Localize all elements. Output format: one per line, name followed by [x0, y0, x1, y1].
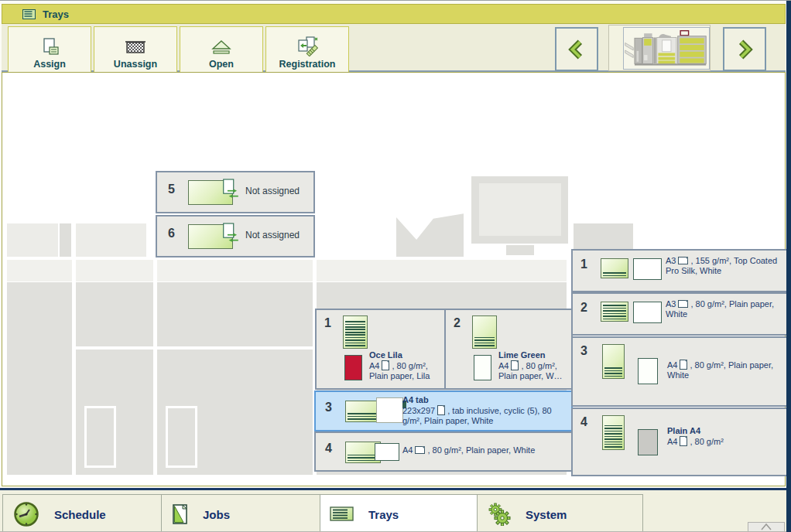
media-color-swatch	[638, 429, 658, 455]
printer-outline-notch	[396, 212, 464, 257]
monitor-stand	[506, 245, 534, 255]
trays-title-icon	[22, 9, 36, 19]
media-size: A4	[667, 437, 677, 446]
media-color-swatch	[375, 443, 399, 461]
assign-icon	[39, 38, 60, 56]
printer-outline-block	[60, 223, 71, 257]
body-seam	[72, 260, 76, 475]
not-assigned-icon	[222, 222, 242, 248]
unassign-button[interactable]: Unassign	[94, 26, 177, 74]
tray-level-icon	[601, 302, 628, 322]
media-color-swatch	[633, 302, 662, 323]
tray-number: 3	[325, 401, 332, 414]
media-size: A4	[498, 361, 508, 370]
trays-tab-icon	[330, 506, 354, 522]
assign-button[interactable]: Assign	[8, 26, 91, 74]
tray-status: Not assigned	[245, 186, 300, 196]
registration-icon	[296, 36, 319, 56]
tray-panel-right-1[interactable]: 1 A3, 155 g/m², Top Coated Pro Silk, Whi…	[571, 249, 789, 292]
tray-panel-main-2[interactable]: 2 Lime Green A4, 80 g/m², Plain paper, W…	[444, 309, 573, 390]
media-color-swatch	[474, 355, 491, 380]
toolbar: Assign Unassign Open	[2, 24, 786, 72]
page-title: Trays	[43, 9, 69, 20]
tab-label: Schedule	[54, 508, 106, 521]
monitor-screen	[479, 183, 561, 236]
printer-illustration	[624, 28, 707, 67]
media-color-swatch	[344, 355, 362, 380]
landscape-page-icon	[415, 446, 425, 454]
tray-panel-main-3-selected[interactable]: 3 A4 tab 223x297, tab inclusive, cyclic …	[314, 390, 573, 431]
tray-panel-main-4[interactable]: 4 A4, 80 g/m², Plain paper, White	[314, 431, 573, 472]
tray-media-info: A3, 155 g/m², Top Coated Pro Silk, White	[666, 256, 783, 276]
tray-panel-right-4[interactable]: 4 Plain A4 A4, 80 g/m²	[571, 408, 789, 476]
landscape-page-icon	[678, 300, 688, 308]
door-outline	[166, 406, 197, 468]
previous-view-button[interactable]	[555, 27, 598, 71]
registration-button-label: Registration	[279, 59, 336, 70]
portrait-page-icon	[437, 405, 445, 415]
media-color-swatch	[638, 358, 658, 384]
tray-media-info: A3, 80 g/m², Plain paper, White	[666, 299, 783, 319]
printer-map: 5 Not assigned 6	[2, 72, 786, 486]
portrait-page-icon	[680, 360, 687, 370]
tray-panel-6[interactable]: 6 Not assigned	[156, 215, 315, 257]
media-color-swatch-tab	[376, 397, 403, 423]
system-gears-icon	[487, 503, 512, 526]
portrait-page-icon	[680, 436, 687, 446]
media-spec: , 80 g/m², Plain paper, White	[427, 445, 535, 455]
media-spec: , 80 g/m²	[690, 437, 723, 446]
printer-body-top	[7, 260, 567, 281]
tray-number: 2	[454, 316, 461, 330]
tray-number: 2	[580, 301, 587, 315]
tab-system[interactable]: System	[477, 494, 643, 532]
machine-view-thumbnail	[608, 25, 711, 71]
tab-schedule[interactable]: Schedule	[2, 494, 169, 532]
tab-trays-selected[interactable]: Trays	[320, 494, 484, 532]
open-icon	[211, 39, 231, 56]
body-seam	[153, 260, 157, 475]
media-name: A4 tab	[402, 395, 567, 405]
tray-media-info: Plain A4 A4, 80 g/m²	[667, 426, 785, 447]
next-view-button[interactable]	[723, 27, 766, 71]
tray-panel-main-1[interactable]: 1 Oce Lila A4, 80 g/m², Plain paper, Lil…	[315, 309, 446, 390]
media-size: A4	[402, 445, 413, 455]
unassign-button-label: Unassign	[114, 59, 157, 70]
printer-outline-block	[7, 223, 58, 257]
media-size: A4	[369, 361, 379, 370]
tray-number: 1	[580, 257, 587, 271]
media-size: 223x297	[402, 406, 435, 415]
tray-level-icon	[602, 344, 625, 379]
tray-media-info: Lime Green A4, 80 g/m², Plain paper, W…	[498, 350, 573, 381]
open-button[interactable]: Open	[180, 26, 263, 74]
tray-number: 4	[325, 442, 332, 455]
tray-number: 4	[580, 415, 587, 429]
tray-number: 1	[324, 316, 331, 330]
media-color-swatch	[633, 258, 662, 280]
portrait-page-icon	[382, 360, 389, 370]
printer-outline-block	[76, 223, 146, 257]
tray-panel-right-3[interactable]: 3 A4, 80 g/m², Plain paper, White	[571, 336, 789, 407]
tray-media-info: A4 tab 223x297, tab inclusive, cyclic (5…	[402, 395, 567, 426]
tray-number: 6	[168, 227, 175, 240]
main-tab-bar: Schedule Jobs Trays	[0, 488, 786, 532]
window-border-right	[786, 1, 791, 532]
unassign-icon	[125, 38, 146, 56]
tray-level-icon	[601, 258, 628, 278]
tray-panel-5[interactable]: 5 Not assigned	[156, 171, 315, 213]
tab-label: Jobs	[203, 508, 230, 521]
chevron-left-icon	[567, 39, 587, 60]
portrait-page-icon	[511, 360, 519, 370]
title-bar: Trays	[2, 4, 786, 24]
media-name: Plain A4	[667, 426, 785, 436]
tray-status: Not assigned	[245, 230, 300, 240]
tab-label: System	[526, 508, 567, 521]
registration-button[interactable]: Registration	[265, 26, 349, 74]
tray-level-icon	[343, 315, 368, 349]
media-name: Oce Lila	[369, 350, 443, 360]
tray-number: 5	[168, 182, 175, 196]
open-button-label: Open	[209, 59, 234, 70]
chevron-up-icon	[760, 523, 772, 530]
tab-jobs[interactable]: Jobs	[161, 494, 327, 532]
media-size: A3	[666, 256, 676, 265]
tray-panel-right-2[interactable]: 2 A3, 80 g/m², Plain paper, White	[571, 292, 789, 336]
